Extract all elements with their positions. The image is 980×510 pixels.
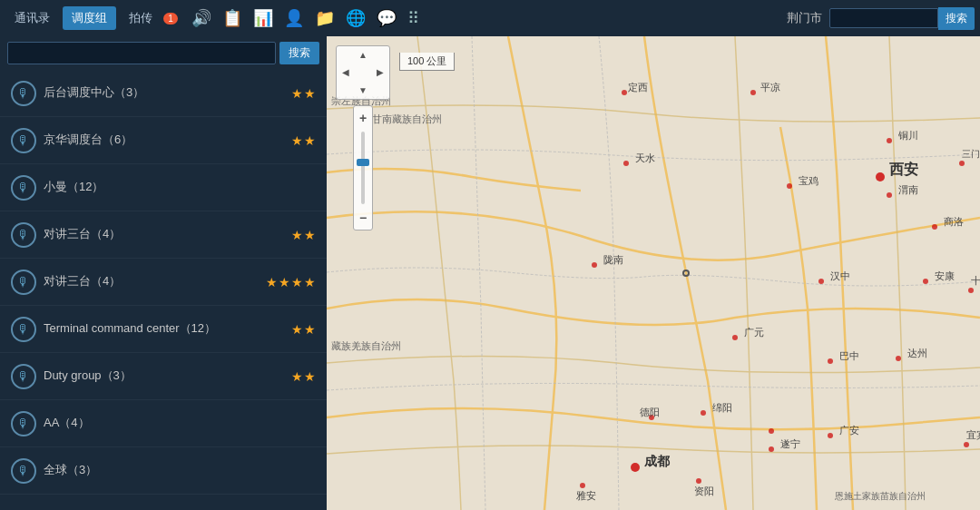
item-label: 全球（3） [44, 462, 316, 478]
svg-text:巴中: 巴中 [839, 350, 859, 361]
svg-text:陇南: 陇南 [603, 254, 623, 265]
tab-photo[interactable]: 拍传 [120, 6, 162, 30]
mic-icon: 🎙 [11, 458, 36, 484]
globe-icon[interactable]: 🌐 [343, 6, 368, 30]
svg-text:三门峡: 三门峡 [962, 149, 980, 159]
item-label: Terminal command center（12） [44, 320, 284, 337]
svg-point-42 [580, 483, 585, 488]
speaker-icon[interactable]: 🔊 [189, 6, 214, 30]
map-scale-label: 100 公里 [407, 55, 446, 66]
svg-text:十堰: 十堰 [971, 275, 980, 286]
svg-text:安康: 安康 [935, 270, 955, 281]
photo-badge: 1 [163, 13, 178, 25]
svg-point-5 [818, 279, 824, 284]
zoom-in-button[interactable]: + [353, 108, 373, 128]
svg-text:汉中: 汉中 [830, 270, 850, 281]
grid-icon[interactable]: ⠿ [405, 6, 422, 30]
tab-dispatch[interactable]: 调度组 [63, 6, 116, 30]
svg-point-3 [623, 161, 629, 166]
list-item[interactable]: 🎙全球（3） [0, 447, 327, 495]
svg-point-15 [932, 224, 937, 230]
mic-icon: 🎙 [11, 270, 36, 295]
svg-text:宝鸡: 宝鸡 [799, 175, 818, 186]
list-item[interactable]: 🎙小曼（12） [0, 164, 327, 211]
svg-text:商洛: 商洛 [944, 216, 964, 227]
svg-text:德阳: 德阳 [640, 407, 660, 417]
top-search-button[interactable]: 搜索 [938, 7, 975, 30]
map-controls: ▲ ◀ ▶ ▼ + − [336, 45, 390, 230]
svg-point-48 [750, 90, 756, 95]
nav-pad-topright [372, 46, 389, 64]
svg-text:成都: 成都 [643, 454, 671, 468]
svg-point-46 [622, 90, 627, 95]
mic-icon: 🎙 [11, 128, 36, 153]
svg-point-23 [732, 335, 738, 340]
nav-pad-bottomleft [337, 82, 354, 99]
item-label: AA（4） [44, 415, 316, 431]
item-stars: ★★ [291, 228, 316, 242]
svg-point-11 [887, 138, 892, 143]
nav-pad-down[interactable]: ▼ [354, 82, 371, 99]
list-icon[interactable]: 📋 [220, 6, 245, 30]
svg-point-37 [828, 433, 833, 438]
list-item[interactable]: 🎙京华调度台（6）★★ [0, 117, 327, 164]
nav-pad-left[interactable]: ◀ [337, 64, 354, 81]
item-stars: ★★ [291, 369, 316, 384]
zoom-bar: + − [353, 105, 373, 230]
item-stars: ★★ [291, 133, 316, 148]
svg-point-27 [896, 356, 901, 361]
svg-text:铜川: 铜川 [897, 130, 918, 141]
item-label: 小曼（12） [44, 179, 316, 195]
list-item[interactable]: 🎙AA（4） [0, 400, 327, 447]
svg-point-33 [631, 463, 640, 472]
zoom-out-button[interactable]: − [353, 208, 373, 228]
zoom-slider-thumb [357, 159, 369, 166]
svg-text:渭南: 渭南 [898, 184, 918, 195]
svg-point-1 [876, 172, 885, 181]
mic-icon: 🎙 [11, 81, 36, 106]
chat-icon[interactable]: 💬 [374, 6, 399, 30]
top-bar: 通讯录 调度组 拍传 1 🔊 📋 📊 👤 📁 🌐 💬 ⠿ 荆门市 搜索 [0, 0, 980, 36]
svg-text:雅安: 雅安 [576, 490, 596, 501]
svg-point-41 [769, 428, 774, 434]
tab-contacts[interactable]: 通讯录 [5, 6, 59, 30]
svg-text:绵阳: 绵阳 [712, 402, 732, 413]
svg-text:定西: 定西 [628, 82, 648, 93]
svg-text:广安: 广安 [839, 425, 859, 436]
sidebar-search-input[interactable] [7, 42, 276, 64]
list-item[interactable]: 🎙Terminal command center（12）★★ [0, 306, 327, 353]
svg-point-29 [964, 442, 969, 447]
nav-pad-right[interactable]: ▶ [372, 64, 389, 81]
nav-pad-center [354, 64, 371, 81]
svg-text:达州: 达州 [907, 348, 927, 358]
nav-pad-up[interactable]: ▲ [354, 46, 371, 64]
map-area[interactable]: 西安 天水 汉中 宝鸡 渭南 铜川 三门峡 [327, 36, 980, 510]
item-label: 对讲三台（4） [44, 226, 284, 242]
city-label: 荆门市 [787, 10, 822, 26]
svg-point-21 [592, 262, 597, 268]
top-search-input[interactable] [829, 8, 938, 28]
svg-point-17 [923, 279, 928, 284]
nav-pad-bottomright [372, 82, 389, 99]
list-item[interactable]: 🎙对讲三台（4）★★★★ [0, 259, 327, 306]
svg-text:藏族羌族自治州: 藏族羌族自治州 [331, 340, 401, 351]
zoom-slider-track[interactable] [361, 132, 365, 204]
item-label: Duty group（3） [44, 368, 284, 384]
sidebar-search-row: 搜索 [0, 36, 327, 70]
folder-icon[interactable]: 📁 [312, 6, 338, 30]
top-search-area: 搜索 [829, 7, 975, 30]
user-icon[interactable]: 👤 [281, 6, 307, 30]
item-label: 京华调度台（6） [44, 132, 284, 148]
nav-pad-topleft [337, 46, 354, 64]
svg-point-44 [696, 478, 701, 484]
mic-icon: 🎙 [11, 175, 36, 201]
chart-icon[interactable]: 📊 [250, 6, 276, 30]
sidebar-search-button[interactable]: 搜索 [279, 42, 319, 64]
list-item[interactable]: 🎙Duty group（3）★★ [0, 353, 327, 400]
list-item[interactable]: 🎙对讲三台（4）★★ [0, 211, 327, 259]
item-stars: ★★★★ [266, 275, 316, 289]
svg-text:宜宾: 宜宾 [966, 429, 980, 440]
list-item[interactable]: 🎙后台调度中心（3）★★ [0, 70, 327, 117]
svg-text:平凉: 平凉 [760, 82, 780, 93]
svg-rect-0 [327, 36, 980, 510]
